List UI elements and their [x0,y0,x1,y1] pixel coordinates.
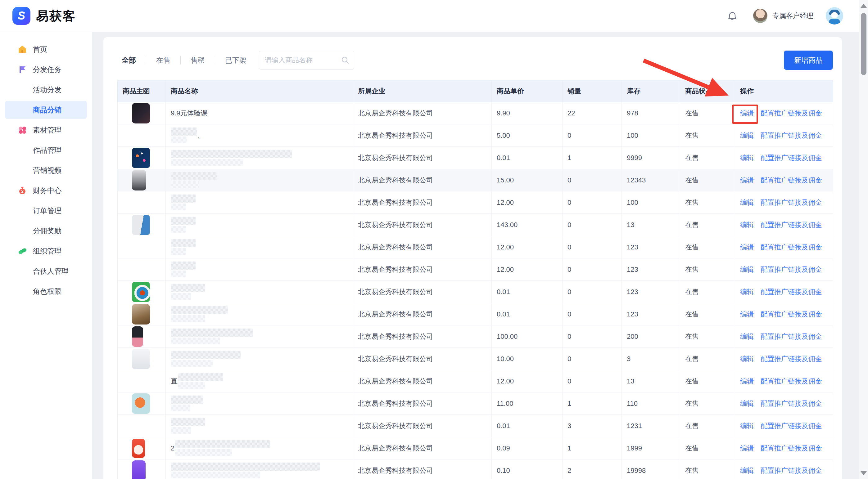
product-name-visible-text: 2 [171,444,175,452]
sidebar-item-label: 素材管理 [33,125,61,135]
sales-cell: 1 [562,392,622,415]
price-cell: 12.00 [492,370,562,392]
table-row: 北京易企秀科技有限公司12.000123在售编辑配置推广链接及佣金 [118,236,833,259]
add-product-button[interactable]: 新增商品 [784,50,833,70]
sidebar-item-marketing-video[interactable]: 营销视频 [5,161,87,179]
column-header: 商品单价 [492,80,562,102]
config-promo-link[interactable]: 配置推广链接及佣金 [761,243,822,251]
edit-link[interactable]: 编辑 [740,132,754,139]
product-name-cell [166,214,353,236]
edit-link[interactable]: 编辑 [740,109,754,117]
stock-cell: 123 [622,281,680,303]
tab-soldout[interactable]: 售罄 [191,56,205,65]
product-image [132,170,146,191]
sidebar-item-home[interactable]: 首页 [5,40,87,58]
user-avatar[interactable] [826,7,843,25]
sidebar-item-commission-reward[interactable]: 分佣奖励 [5,222,87,240]
stock-cell: 1999 [622,437,680,459]
status-cell: 在售 [680,259,735,281]
column-header: 商品主图 [118,80,166,102]
sidebar-item-label: 营销视频 [33,166,61,175]
scrollbar-thumb[interactable] [861,13,866,75]
edit-link[interactable]: 编辑 [740,199,754,206]
edit-link[interactable]: 编辑 [740,310,754,318]
edit-link[interactable]: 编辑 [740,422,754,430]
product-image [132,327,143,347]
edit-link[interactable]: 编辑 [740,243,754,251]
tab-all[interactable]: 全部 [122,56,136,65]
edit-link[interactable]: 编辑 [740,154,754,162]
product-image-cell [118,236,166,259]
edit-link[interactable]: 编辑 [740,355,754,363]
redacted-product-name [171,172,217,188]
price-cell: 12.00 [492,259,562,281]
config-promo-link[interactable]: 配置推广链接及佣金 [761,154,822,162]
company-cell: 北京易企秀科技有限公司 [353,147,492,169]
scrollbar-down-arrow[interactable] [861,471,867,475]
sidebar: 首页分发任务活动分发商品分销素材管理作品管理营销视频¥财务中心订单管理分佣奖励组… [0,32,92,479]
stock-cell: 12343 [622,169,680,192]
sidebar-item-org-mgmt[interactable]: 组织管理 [5,242,87,260]
config-promo-link[interactable]: 配置推广链接及佣金 [761,400,822,407]
config-promo-link[interactable]: 配置推广链接及佣金 [761,467,822,474]
config-promo-link[interactable]: 配置推广链接及佣金 [761,176,822,184]
config-promo-link[interactable]: 配置推广链接及佣金 [761,221,822,229]
sidebar-item-distribute-task[interactable]: 分发任务 [5,61,87,78]
status-tabs: 全部在售售罄已下架 [117,56,247,65]
config-promo-link[interactable]: 配置推广链接及佣金 [761,422,822,430]
notification-bell-icon[interactable] [727,10,738,21]
config-promo-link[interactable]: 配置推广链接及佣金 [761,199,822,206]
search-input[interactable] [265,56,341,64]
manager-avatar[interactable] [753,9,767,23]
avatar-body [829,19,840,25]
config-promo-link[interactable]: 配置推广链接及佣金 [761,444,822,452]
edit-link[interactable]: 编辑 [740,400,754,407]
sidebar-item-material-mgmt[interactable]: 素材管理 [5,121,87,139]
config-promo-link[interactable]: 配置推广链接及佣金 [761,132,822,139]
actions-cell: 编辑配置推广链接及佣金 [735,147,833,169]
status-cell: 在售 [680,169,735,192]
config-promo-link[interactable]: 配置推广链接及佣金 [761,355,822,363]
edit-link[interactable]: 编辑 [740,467,754,474]
edit-link[interactable]: 编辑 [740,176,754,184]
sidebar-item-order-mgmt[interactable]: 订单管理 [5,202,87,220]
sidebar-item-partner-mgmt[interactable]: 合伙人管理 [5,262,87,280]
app-logo[interactable]: S 易获客 [12,7,76,25]
material-icon [18,125,27,135]
edit-link[interactable]: 编辑 [740,288,754,296]
sales-cell: 1 [562,147,622,169]
edit-link[interactable]: 编辑 [740,333,754,340]
status-cell: 在售 [680,437,735,459]
stock-cell: 3 [622,348,680,370]
sidebar-item-works-mgmt[interactable]: 作品管理 [5,141,87,159]
company-cell: 北京易企秀科技有限公司 [353,348,492,370]
sidebar-item-activity-distribute[interactable]: 活动分发 [5,81,87,99]
sidebar-item-product-distribution[interactable]: 商品分销 [5,101,87,119]
sidebar-item-finance-center[interactable]: ¥财务中心 [5,181,87,200]
config-promo-link[interactable]: 配置推广链接及佣金 [761,333,822,340]
scrollbar-up-arrow[interactable] [861,4,867,8]
sidebar-item-label: 作品管理 [33,145,61,155]
config-promo-link[interactable]: 配置推广链接及佣金 [761,310,822,318]
sidebar-item-role-permission[interactable]: 角色权限 [5,282,87,300]
status-cell: 在售 [680,236,735,259]
config-promo-link[interactable]: 配置推广链接及佣金 [761,377,822,385]
sales-cell: 0 [562,192,622,214]
table-body: 9.9元体验课北京易企秀科技有限公司9.9022978在售编辑配置推广链接及佣金… [118,102,833,479]
edit-link[interactable]: 编辑 [740,444,754,452]
config-promo-link[interactable]: 配置推广链接及佣金 [761,109,822,117]
tab-onsale[interactable]: 在售 [156,56,170,65]
sidebar-item-label: 财务中心 [33,186,61,196]
config-promo-link[interactable]: 配置推广链接及佣金 [761,288,822,296]
redacted-product-name [171,463,320,478]
edit-link[interactable]: 编辑 [740,221,754,229]
redacted-product-name [171,329,253,344]
tab-offshelf[interactable]: 已下架 [225,56,247,65]
redacted-product-name [171,306,228,322]
sales-cell: 22 [562,102,622,125]
edit-link[interactable]: 编辑 [740,377,754,385]
redacted-product-name [171,418,205,434]
edit-link[interactable]: 编辑 [740,266,754,273]
config-promo-link[interactable]: 配置推广链接及佣金 [761,266,822,273]
search-icon[interactable] [341,56,349,65]
